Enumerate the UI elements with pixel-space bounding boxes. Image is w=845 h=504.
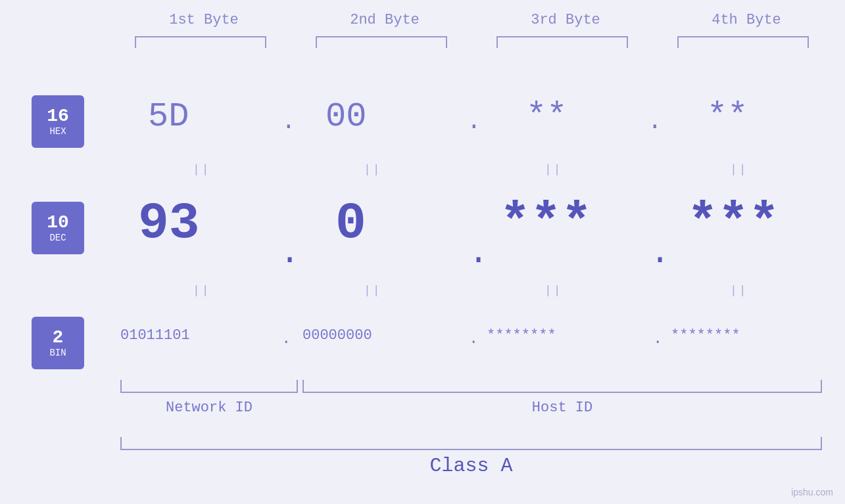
class-label: Class A [120, 455, 822, 477]
dec-byte4: *** [687, 195, 779, 252]
hex-base-label: HEX [49, 126, 66, 137]
byte-header-4: 4th Byte [677, 12, 815, 28]
dec-label-box: 10 DEC [32, 202, 84, 254]
eq2-byte1: || [193, 284, 211, 297]
eq2-byte3: || [544, 284, 563, 297]
hex-byte1: 5D [148, 97, 189, 136]
hex-byte2: 00 [326, 97, 366, 136]
bin-byte3: ******** [487, 327, 556, 344]
eq2-byte4: || [730, 284, 748, 297]
hex-byte3: ** [526, 97, 567, 136]
dec-base-label: DEC [49, 233, 66, 243]
watermark: ipshu.com [791, 487, 833, 497]
byte-header-3: 3rd Byte [496, 12, 635, 28]
bin-label-box: 2 BIN [32, 317, 84, 369]
byte-bracket-1 [135, 36, 266, 48]
hex-byte4: ** [707, 97, 748, 136]
bin-byte4: ******** [671, 327, 740, 344]
dec-byte1: 93 [138, 195, 200, 252]
byte-header-2: 2nd Byte [316, 12, 454, 28]
bin-dot3: . [653, 330, 662, 348]
eq1-byte4: || [730, 163, 748, 176]
bin-byte1: 01011101 [120, 327, 190, 344]
byte-bracket-3 [496, 36, 628, 48]
eq1-byte1: || [193, 163, 211, 176]
hex-dot2: . [467, 108, 481, 135]
dec-byte2: 0 [335, 195, 366, 252]
network-id-bracket [120, 380, 298, 393]
byte-bracket-4 [677, 36, 809, 48]
hex-label-box: 16 HEX [32, 95, 84, 148]
eq1-byte3: || [544, 163, 563, 176]
bin-base-num: 2 [53, 328, 64, 348]
class-bracket [120, 437, 822, 450]
dec-base-num: 10 [47, 213, 69, 233]
hex-base-num: 16 [47, 106, 69, 127]
dec-dot3: . [650, 234, 670, 273]
hex-dot3: . [648, 108, 662, 135]
bin-byte2: 00000000 [302, 327, 372, 344]
dec-dot1: . [279, 234, 300, 273]
eq2-byte2: || [364, 284, 382, 297]
bin-base-label: BIN [49, 348, 66, 358]
host-id-bracket [302, 380, 822, 393]
dec-dot2: . [468, 234, 489, 273]
main-layout: 1st Byte 2nd Byte 3rd Byte 4th Byte 16 H… [0, 0, 845, 504]
eq1-byte2: || [364, 163, 382, 176]
network-id-label: Network ID [120, 400, 298, 416]
host-id-label: Host ID [302, 400, 822, 416]
hex-dot1: . [281, 108, 296, 135]
bin-dot1: . [281, 330, 291, 348]
byte-header-1: 1st Byte [135, 12, 273, 28]
dec-byte3: *** [500, 195, 592, 252]
byte-bracket-2 [316, 36, 447, 48]
bin-dot2: . [469, 330, 478, 348]
